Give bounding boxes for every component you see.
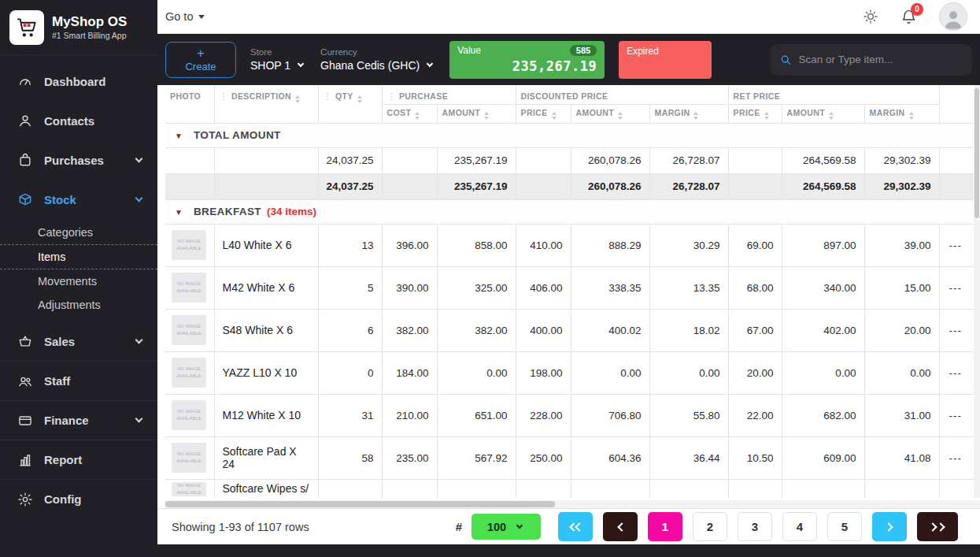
dmargin-cell: 30.29 — [649, 224, 728, 266]
sidebar-item-movements[interactable]: Movements — [0, 269, 157, 293]
next-page-button[interactable] — [872, 512, 907, 541]
store-select[interactable]: Store SHOP 1 — [250, 47, 306, 72]
page-button-3[interactable]: 3 — [738, 512, 772, 541]
drag-handle-icon[interactable]: ⋮ — [387, 91, 396, 101]
table-row[interactable]: 24,037.25235,267.19260,078.2626,728.0726… — [165, 173, 974, 199]
pamount-cell: 235,267.19 — [437, 147, 516, 173]
sort-icon[interactable] — [693, 112, 698, 120]
table-row[interactable]: NO IMAGE AVAILABLES48 White X 66382.0038… — [165, 309, 974, 351]
col-group-ret-price[interactable]: RET PRICE — [728, 85, 939, 104]
sort-icon[interactable] — [552, 112, 557, 120]
horizontal-scrollbar[interactable] — [165, 500, 980, 508]
col-qty[interactable]: ⋮QTY — [318, 85, 382, 123]
page-button-2[interactable]: 2 — [693, 512, 727, 541]
collapse-caret-icon[interactable]: ▼ — [175, 132, 183, 140]
sort-icon[interactable] — [415, 112, 420, 120]
sidebar-item-config[interactable]: Config — [0, 479, 157, 518]
no-image-placeholder: NO IMAGE AVAILABLE — [172, 400, 206, 430]
table-row[interactable]: NO IMAGE AVAILABLESoftcare Wipes s/ — [165, 479, 974, 498]
sidebar-item-finance[interactable]: Finance — [0, 400, 157, 440]
page-button-1[interactable]: 1 — [648, 512, 682, 541]
damount-cell — [571, 479, 649, 498]
table-row[interactable]: NO IMAGE AVAILABLEL40 White X 613396.008… — [165, 224, 974, 266]
rmargin-cell: 0.00 — [864, 351, 939, 394]
sidebar-item-sales[interactable]: Sales — [0, 321, 157, 361]
extra-cell: --- — [939, 394, 974, 436]
sidebar-item-adjustments[interactable]: Adjustments — [0, 293, 157, 317]
drag-handle-icon[interactable]: ⋮ — [220, 91, 228, 101]
col-group-discounted-price[interactable]: DISCOUNTED PRICE — [516, 85, 728, 104]
collapse-caret-icon[interactable]: ▼ — [175, 208, 183, 217]
sort-icon[interactable] — [764, 112, 769, 120]
cost-cell: 184.00 — [382, 351, 437, 394]
items-table: PHOTO ⋮DESCRIPTION ⋮QTY ⋮PURCHASE DISCOU… — [165, 85, 974, 498]
sidebar-item-items[interactable]: Items — [0, 244, 157, 269]
last-page-button[interactable] — [917, 512, 958, 541]
item-search[interactable] — [771, 44, 972, 76]
qty-cell: 58 — [318, 436, 382, 479]
table-row[interactable]: NO IMAGE AVAILABLEM12 White X 1031210.00… — [165, 394, 974, 436]
page-button-4[interactable]: 4 — [782, 512, 817, 541]
page-size-label: # — [456, 520, 462, 533]
goto-dropdown[interactable]: Go to — [165, 10, 205, 23]
ramount-cell: 0.00 — [782, 351, 864, 394]
notifications-button[interactable]: 0 — [900, 9, 917, 25]
col-group-purchase[interactable]: ⋮PURCHASE — [382, 85, 516, 104]
col-discounted-amount[interactable]: AMOUNT — [571, 104, 649, 123]
col-description[interactable]: ⋮DESCRIPTION — [214, 85, 318, 123]
sort-icon[interactable] — [618, 112, 623, 120]
sidebar-item-dashboard[interactable]: Dashboard — [0, 61, 157, 101]
col-photo[interactable]: PHOTO — [165, 85, 214, 123]
col-ret-amount[interactable]: AMOUNT — [782, 104, 864, 123]
page-button-5[interactable]: 5 — [827, 512, 862, 541]
col-purchase-amount[interactable]: AMOUNT — [437, 104, 516, 123]
sidebar-item-contacts[interactable]: Contacts — [0, 101, 157, 140]
caret-down-icon — [198, 15, 205, 19]
col-ret-price[interactable]: PRICE — [728, 104, 782, 123]
table-row[interactable]: NO IMAGE AVAILABLESoftcare Pad X 2458235… — [165, 436, 974, 479]
table-row[interactable]: NO IMAGE AVAILABLEM42 White X 65390.0032… — [165, 266, 974, 309]
sidebar-item-categories[interactable]: Categories — [0, 221, 157, 244]
pamount-cell: 0.00 — [437, 351, 516, 394]
sidebar-item-report[interactable]: Report — [0, 440, 157, 479]
rprice-cell — [728, 173, 782, 199]
col-discounted-margin[interactable]: MARGIN — [649, 104, 728, 123]
items-table-area: PHOTO ⋮DESCRIPTION ⋮QTY ⋮PURCHASE DISCOU… — [157, 85, 980, 500]
no-image-placeholder: NO IMAGE AVAILABLE — [172, 358, 206, 388]
group-header-row[interactable]: ▼BREAKFAST(34 items) — [165, 199, 974, 224]
create-button[interactable]: + Create — [165, 42, 236, 78]
contacts-icon — [17, 113, 33, 128]
sidebar-item-purchases[interactable]: Purchases — [0, 140, 157, 180]
rmargin-cell: 15.00 — [864, 266, 939, 309]
qty-cell: 31 — [318, 394, 382, 436]
page-size-select[interactable]: 100 — [472, 514, 541, 540]
drag-handle-icon[interactable]: ⋮ — [324, 91, 332, 101]
user-avatar[interactable] — [939, 2, 967, 31]
double-chevron-left-icon — [568, 524, 582, 530]
vertical-scrollbar[interactable] — [974, 85, 980, 498]
sort-icon[interactable] — [829, 112, 834, 120]
col-ret-margin[interactable]: MARGIN — [864, 104, 939, 123]
sort-icon[interactable] — [909, 112, 914, 120]
prev-page-button[interactable] — [603, 512, 638, 541]
sort-icon[interactable] — [295, 95, 300, 103]
table-row[interactable]: NO IMAGE AVAILABLEYAZZ L10 X 100184.000.… — [165, 351, 974, 394]
expired-card[interactable]: Expired — [619, 41, 712, 79]
qty-cell: 13 — [318, 224, 382, 266]
horizontal-scrollbar-thumb[interactable] — [165, 501, 555, 507]
theme-toggle-button[interactable] — [863, 9, 878, 24]
stock-value-card[interactable]: Value 585 235,267.19 — [449, 41, 605, 79]
table-row[interactable]: 24,037.25235,267.19260,078.2626,728.0726… — [165, 147, 974, 173]
sort-icon[interactable] — [484, 112, 489, 120]
group-header-row[interactable]: ▼TOTAL AMOUNT — [165, 123, 974, 147]
sort-icon[interactable] — [357, 95, 362, 103]
col-discounted-price[interactable]: PRICE — [516, 104, 571, 123]
first-page-button[interactable] — [558, 512, 593, 541]
col-purchase-cost[interactable]: COST — [382, 104, 437, 123]
desc-cell — [214, 173, 318, 199]
currency-select[interactable]: Currency Ghana Cedis (GHC) — [320, 47, 435, 72]
search-input[interactable] — [798, 54, 963, 65]
sidebar-item-staff[interactable]: Staff — [0, 361, 157, 400]
vertical-scrollbar-thumb[interactable] — [974, 88, 979, 218]
sidebar-item-stock[interactable]: Stock — [0, 180, 157, 219]
